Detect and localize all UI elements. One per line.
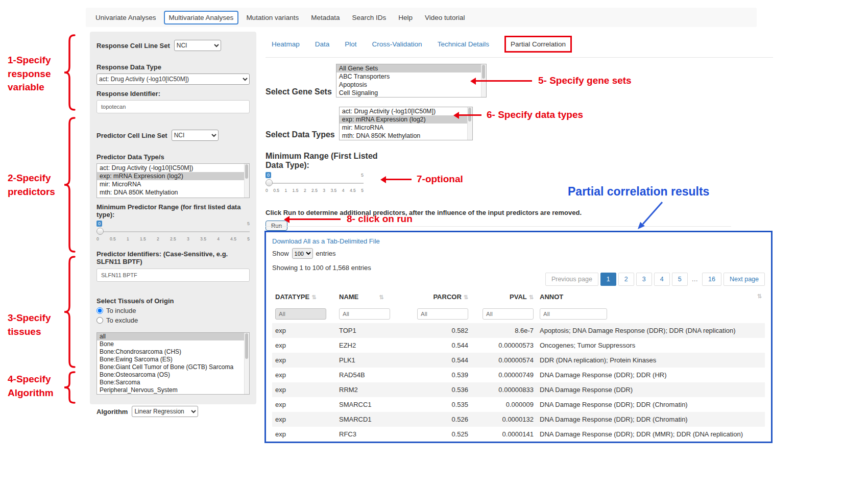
gene-sets-label: Select Gene Sets [266, 87, 332, 97]
page-button-16[interactable]: 16 [702, 273, 721, 286]
tab-partial-correlation[interactable]: Partial Correlation [504, 36, 572, 53]
tab-cross-validation[interactable]: Cross-Validation [372, 40, 422, 48]
listbox-option[interactable]: all [97, 333, 249, 340]
showing-info: Showing 1 to 100 of 1,568 entries [272, 264, 765, 272]
nav-help[interactable]: Help [394, 11, 417, 24]
nav-video-tutorial[interactable]: Video tutorial [420, 11, 470, 24]
predictor-identifiers-input[interactable] [97, 269, 250, 282]
predictor-data-types-listbox[interactable]: act: Drug Activity (-log10[IC50M]) exp: … [97, 163, 250, 198]
listbox-option[interactable]: Apoptosis [336, 81, 486, 89]
listbox-option[interactable]: mir: MicroRNA [340, 124, 472, 132]
listbox-option[interactable]: Bone [97, 340, 249, 348]
sort-icon[interactable]: ⇅ [464, 294, 468, 300]
slider-track[interactable] [266, 183, 364, 184]
column-header-name[interactable]: NAME⇅ [336, 289, 413, 305]
filter-name-input[interactable] [339, 308, 390, 320]
listbox-option[interactable]: Bone:Chondrosarcoma (CHS) [97, 348, 249, 356]
listbox-option[interactable]: All Gene Sets [336, 64, 486, 72]
column-header-pval[interactable]: PVAL⇅ [471, 289, 537, 305]
response-identifier-input[interactable] [97, 100, 250, 113]
cell-name: RRM2 [336, 382, 413, 397]
min-predictor-range-slider[interactable]: 0 5 00.511.522.533.544.55 [97, 221, 250, 244]
scrollbar[interactable] [467, 107, 472, 140]
listbox-option[interactable]: exp: mRNA Expression (log2) [340, 115, 472, 124]
sort-icon[interactable]: ⇅ [311, 294, 316, 300]
nav-search-ids[interactable]: Search IDs [347, 11, 391, 24]
table-row: expEZH20.5440.00000573Oncogenes; Tumor S… [272, 338, 765, 353]
scrollbar[interactable] [244, 164, 249, 198]
column-header-datatype[interactable]: DATATYPE⇅ [272, 289, 336, 305]
listbox-option[interactable]: act: Drug Activity (-log10[IC50M]) [97, 164, 249, 172]
previous-page-button[interactable]: Previous page [545, 273, 598, 286]
include-radio[interactable] [97, 307, 103, 314]
filter-annot-input[interactable] [540, 308, 607, 320]
cell-name: RFC3 [336, 427, 413, 442]
exclude-radio[interactable] [97, 317, 103, 324]
nav-univariate-analyses[interactable]: Univariate Analyses [91, 11, 161, 24]
tab-technical-details[interactable]: Technical Details [438, 40, 489, 48]
tab-plot[interactable]: Plot [345, 40, 356, 48]
main-content: Heatmap Data Plot Cross-Validation Techn… [266, 36, 773, 231]
listbox-option[interactable]: Peripheral_Nervous_System [97, 386, 249, 394]
brace-step1 [62, 34, 77, 111]
next-page-button[interactable]: Next page [724, 273, 765, 286]
min-range-slider[interactable]: 0 5 00.511.522.533.544.55 [266, 172, 364, 196]
listbox-option[interactable]: Bone:Osteosarcoma (OS) [97, 371, 249, 379]
scrollbar-thumb[interactable] [482, 65, 485, 79]
annotation-results: Partial correlation results [568, 185, 709, 199]
algorithm-select[interactable]: Linear Regression [132, 406, 198, 417]
cell-name: TOP1 [336, 323, 413, 338]
sort-icon[interactable]: ⇅ [529, 294, 534, 300]
nav-mutation-variants[interactable]: Mutation variants [242, 11, 303, 24]
data-types-label: Select Data Types [266, 130, 335, 140]
tab-heatmap[interactable]: Heatmap [272, 40, 300, 48]
cell-pval: 8.6e-7 [471, 323, 537, 338]
slider-handle[interactable] [97, 228, 104, 235]
listbox-option[interactable]: mir: MicroRNA [97, 180, 249, 188]
tissues-listbox[interactable]: all Bone Bone:Chondrosarcoma (CHS) Bone:… [97, 332, 250, 395]
nav-multivariate-analyses[interactable]: Multivariate Analyses [164, 11, 239, 25]
sort-icon[interactable]: ⇅ [379, 294, 383, 300]
listbox-option[interactable]: exp: mRNA Expression (log2) [97, 172, 249, 180]
listbox-option[interactable]: Bone:Sarcoma [97, 379, 249, 386]
download-link[interactable]: Download All as a Tab-Delimited File [272, 237, 380, 245]
response-data-type-select[interactable]: act: Drug Activity (-log10[IC50M]) [97, 74, 250, 85]
exclude-radio-label: To exclude [106, 316, 138, 324]
slider-track[interactable] [97, 231, 250, 232]
nav-metadata[interactable]: Metadata [306, 11, 344, 24]
tab-data[interactable]: Data [315, 40, 330, 48]
listbox-option[interactable]: Bone:Ewing Sarcoma (ES) [97, 356, 249, 363]
cell-name: SMARCC1 [336, 397, 413, 412]
listbox-option[interactable]: Cell Signaling [336, 89, 486, 97]
scrollbar[interactable] [244, 333, 249, 394]
response-cell-line-set-select[interactable]: NCI [174, 40, 221, 51]
page-button-4[interactable]: 4 [654, 273, 670, 286]
listbox-option[interactable]: mth: DNA 850K Methylation [97, 188, 249, 197]
filter-parcor-input[interactable] [417, 308, 468, 320]
scrollbar-thumb[interactable] [245, 333, 248, 359]
show-entries-select[interactable]: 100 [292, 248, 313, 259]
listbox-option[interactable]: ABC Transporters [336, 72, 486, 81]
listbox-option[interactable]: mth: DNA 850K Methylation [340, 132, 472, 140]
predictor-cell-line-set-select[interactable]: NCI [172, 130, 219, 141]
page-button-3[interactable]: 3 [636, 273, 652, 286]
brace-step3 [62, 255, 77, 369]
response-data-type-label: Response Data Type [97, 63, 250, 71]
column-header-parcor[interactable]: PARCOR⇅ [413, 289, 471, 305]
cell-datatype: exp [272, 353, 336, 368]
cell-annot: DNA Damage Response (DDR); DDR (Chromati… [537, 412, 765, 427]
page-button-2[interactable]: 2 [618, 273, 634, 286]
sort-icon[interactable]: ⇅ [757, 293, 762, 300]
column-header-annot[interactable]: ANNOT⇅ [537, 289, 765, 305]
slider-handle[interactable] [266, 179, 273, 186]
listbox-option[interactable]: act: Drug Activity (-log10[IC50M]) [340, 107, 472, 115]
cell-parcor: 0.544 [413, 353, 471, 368]
filter-datatype-input[interactable] [275, 308, 326, 320]
page-button-5[interactable]: 5 [672, 273, 688, 286]
listbox-option[interactable]: Bone:Giant Cell Tumor of Bone (GCTB) Sar… [97, 363, 249, 371]
filter-pval-input[interactable] [483, 308, 534, 320]
page-button-1[interactable]: 1 [600, 273, 616, 286]
gene-sets-listbox[interactable]: All Gene Sets ABC Transporters Apoptosis… [336, 64, 487, 97]
scrollbar-thumb[interactable] [245, 164, 248, 179]
data-types-listbox[interactable]: act: Drug Activity (-log10[IC50M]) exp: … [339, 107, 473, 140]
